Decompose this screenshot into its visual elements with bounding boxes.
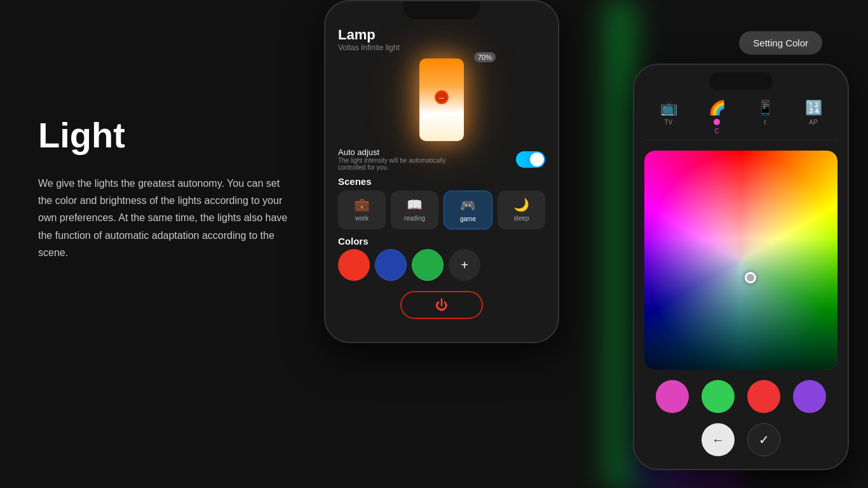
work-icon: 💼 <box>354 197 370 212</box>
swatch-pink[interactable] <box>656 380 689 413</box>
color-swatches <box>644 380 837 413</box>
phone2-content: 📺 TV 🌈 C 📱 t 🔢 AP <box>634 65 848 469</box>
scene-btn-sleep[interactable]: 🌙 sleep <box>498 191 545 229</box>
phone2-color-picker: 📺 TV 🌈 C 📱 t 🔢 AP <box>633 64 849 470</box>
power-button-wrap: ⏻ <box>338 291 545 319</box>
colors-label: Colors <box>338 236 545 247</box>
setting-color-button[interactable]: Setting Color <box>739 31 822 55</box>
scene-label-game: game <box>460 215 476 222</box>
power-icon: ⏻ <box>435 298 448 313</box>
back-button[interactable]: ← <box>702 423 735 456</box>
game-icon: 🎮 <box>460 198 476 213</box>
tab-color[interactable]: 🌈 C <box>709 100 726 135</box>
auto-adjust-title: Auto adjust <box>338 147 465 157</box>
lamp-body <box>419 58 464 141</box>
page-description: We give the lights the greatest autonomy… <box>38 175 292 261</box>
tab-tv[interactable]: 📺 TV <box>660 100 677 135</box>
color-red[interactable] <box>338 249 370 281</box>
nav-tabs: 📺 TV 🌈 C 📱 t 🔢 AP <box>644 100 837 140</box>
color-gradient <box>644 151 837 370</box>
color-picker-cursor[interactable] <box>745 272 756 283</box>
reading-icon: 📖 <box>407 197 423 212</box>
left-section: Light We give the lights the greatest au… <box>38 114 292 261</box>
color-add-button[interactable]: + <box>449 249 480 281</box>
tab-tv-label: TV <box>665 119 673 126</box>
scene-label-reading: reading <box>404 215 425 222</box>
auto-adjust-row: Auto adjust The light intensity will be … <box>338 147 545 171</box>
swatch-green[interactable] <box>702 380 735 413</box>
phone1-notch <box>403 1 480 19</box>
lamp-slider-dot[interactable] <box>435 90 449 104</box>
phone2-notch <box>709 72 773 90</box>
page-title: Light <box>38 114 292 156</box>
lamp-header: Lamp Voltas Infinite light <box>338 27 545 52</box>
tab-ap-label: AP <box>809 119 817 126</box>
tab-remote[interactable]: 📱 t <box>757 100 774 135</box>
phone1-lamp-controller: Lamp Voltas Infinite light 70% Auto adju… <box>324 0 559 343</box>
tv-icon: 📺 <box>660 100 677 116</box>
scenes-label: Scenes <box>338 176 545 187</box>
scene-btn-work[interactable]: 💼 work <box>338 191 386 229</box>
lamp-subtitle: Voltas Infinite light <box>338 43 545 52</box>
scene-label-work: work <box>355 215 369 222</box>
scene-btn-game[interactable]: 🎮 game <box>444 191 492 229</box>
scene-label-sleep: sleep <box>514 215 529 222</box>
lamp-title: Lamp <box>338 27 545 43</box>
power-button[interactable]: ⏻ <box>400 291 483 319</box>
confirm-button[interactable]: ✓ <box>747 423 780 456</box>
black-layer <box>644 151 837 370</box>
tab-ap[interactable]: 🔢 AP <box>805 100 822 135</box>
swatch-purple[interactable] <box>793 380 826 413</box>
colors-grid: + <box>338 249 545 281</box>
color-green[interactable] <box>412 249 444 281</box>
auto-adjust-text: Auto adjust The light intensity will be … <box>338 147 465 171</box>
active-tab-indicator <box>714 119 720 125</box>
lamp-percent-badge: 70% <box>474 52 496 62</box>
auto-adjust-toggle[interactable] <box>516 151 545 168</box>
auto-adjust-description: The light intensity will be automaticall… <box>338 157 465 171</box>
color-picker-area[interactable] <box>644 151 837 370</box>
swatch-red[interactable] <box>747 380 780 413</box>
tab-remote-label: t <box>764 119 766 126</box>
phone1-content: Lamp Voltas Infinite light 70% Auto adju… <box>325 1 558 342</box>
action-buttons: ← ✓ <box>644 423 837 456</box>
scenes-grid: 💼 work 📖 reading 🎮 game 🌙 sleep <box>338 191 545 229</box>
tab-color-label: C <box>714 128 719 135</box>
remote-icon: 📱 <box>757 100 774 116</box>
scene-btn-reading[interactable]: 📖 reading <box>391 191 438 229</box>
color-blue[interactable] <box>375 249 407 281</box>
sleep-icon: 🌙 <box>513 197 529 212</box>
color-nav-icon: 🌈 <box>709 100 726 116</box>
ap-icon: 🔢 <box>805 100 822 116</box>
lamp-visual: 70% <box>338 58 545 141</box>
